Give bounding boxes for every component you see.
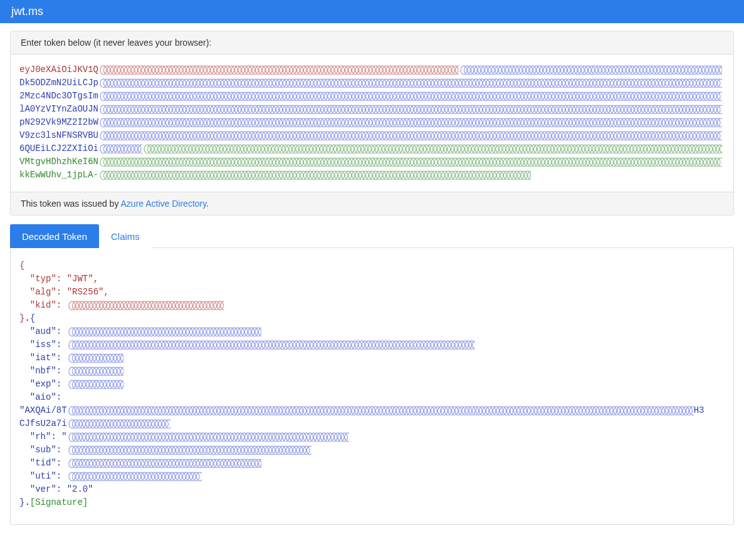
redaction-scribble: [98, 91, 722, 103]
json-key: "aio":: [19, 392, 61, 402]
json-separator: .: [24, 497, 29, 507]
token-input-label: Enter token below (it never leaves your …: [11, 31, 733, 54]
issuer-link[interactable]: Azure Active Directory: [121, 199, 207, 209]
json-key: "iat":: [19, 353, 61, 363]
token-prefix: 2Mzc4NDc3OTgsIm: [19, 91, 98, 101]
token-prefix: Dk5ODZmN2UiLCJp: [19, 78, 98, 88]
token-line: lA0YzVIYnZaOUJN: [19, 103, 725, 116]
json-key: "aud":: [19, 326, 61, 336]
token-line: V9zc3lsNFNSRVBU: [19, 129, 725, 142]
json-key: "uti":: [19, 471, 67, 481]
json-key: "typ":: [19, 274, 67, 284]
json-key: "exp":: [19, 379, 61, 389]
token-prefix: 6QUEiLCJ2ZXIiOi: [19, 143, 98, 153]
token-input-area[interactable]: eyJ0eXAiOiJKV1QDk5ODZmN2UiLCJp2Mzc4NDc3O…: [11, 54, 733, 192]
json-key: "alg":: [19, 287, 67, 297]
token-prefix: pN292Vk9MZ2I2bW: [19, 117, 98, 127]
json-key: "nbf":: [19, 366, 61, 376]
redaction-scribble: [98, 105, 722, 116]
token-prefix: eyJ0eXAiOiJKV1Q: [19, 65, 98, 75]
json-key: "ver":: [19, 484, 67, 494]
redaction-scribble: [98, 131, 722, 142]
json-key: "kid":: [19, 300, 67, 310]
redaction-scribble: [67, 340, 474, 351]
redaction-scribble: [67, 472, 202, 483]
redaction-scribble: [67, 459, 261, 470]
redaction-scribble: [67, 432, 349, 443]
token-prefix: VMtgvHDhzhKeI6N: [19, 157, 98, 167]
json-value: "JWT",: [67, 274, 98, 284]
json-value: CJfsU2a7i: [19, 418, 67, 428]
result-tabs: Decoded Token Claims: [10, 224, 734, 248]
redaction-scribble: [67, 327, 261, 338]
redaction-scribble: [98, 65, 459, 76]
redaction-scribble: [98, 157, 722, 169]
token-prefix: kkEwWUhv_1jpLA-: [19, 170, 98, 180]
redaction-scribble: [67, 406, 694, 417]
token-line: VMtgvHDhzhKeI6N: [19, 155, 725, 169]
redaction-scribble: [459, 65, 722, 76]
redaction-scribble: [67, 366, 123, 378]
json-value: "2.0": [67, 484, 93, 494]
json-value: H3: [694, 405, 705, 415]
redaction-scribble: [67, 301, 224, 312]
issuer-prefix: This token was issued by: [21, 199, 121, 209]
redaction-scribble: [67, 445, 312, 457]
issuer-suffix: .: [206, 199, 209, 209]
main-container: Enter token below (it never leaves your …: [0, 23, 744, 544]
redaction-scribble: [67, 353, 123, 365]
token-input-panel: Enter token below (it never leaves your …: [10, 31, 734, 215]
tab-claims[interactable]: Claims: [99, 224, 152, 248]
redaction-scribble: [142, 144, 722, 155]
json-key: "rh":: [19, 432, 61, 442]
token-line: pN292Vk9MZ2I2bW: [19, 116, 725, 129]
app-header: jwt.ms: [0, 0, 744, 23]
redaction-scribble: [98, 144, 142, 155]
token-line: 6QUEiLCJ2ZXIiOi: [19, 142, 725, 155]
token-prefix: V9zc3lsNFNSRVBU: [19, 130, 98, 140]
token-prefix: lA0YzVIYnZaOUJN: [19, 104, 98, 114]
decoded-token-panel: { "typ": "JWT", "alg": "RS256", "kid": }…: [10, 248, 734, 525]
redaction-scribble: [67, 380, 123, 391]
json-key: "tid":: [19, 458, 67, 468]
json-value: "RS256",: [67, 287, 109, 297]
token-line: 2Mzc4NDc3OTgsIm: [19, 90, 725, 103]
json-value: "AXQAi/8T: [19, 405, 67, 415]
tab-decoded-token[interactable]: Decoded Token: [10, 224, 99, 248]
token-line: kkEwWUhv_1jpLA-: [19, 169, 725, 182]
redaction-scribble: [98, 78, 722, 90]
json-brace: {: [30, 313, 35, 323]
json-brace: {: [19, 261, 24, 271]
redaction-scribble: [67, 419, 170, 430]
redaction-scribble: [98, 118, 722, 129]
token-line: eyJ0eXAiOiJKV1Q: [19, 63, 725, 76]
json-key: "sub":: [19, 445, 67, 455]
json-separator: .: [24, 313, 29, 323]
token-line: Dk5ODZmN2UiLCJp: [19, 76, 725, 90]
issuer-footer: This token was issued by Azure Active Di…: [11, 192, 733, 215]
json-key: "iss":: [19, 340, 61, 350]
redaction-scribble: [98, 170, 531, 182]
app-title: jwt.ms: [11, 5, 43, 18]
json-value: ": [61, 432, 66, 442]
signature-label: [Signature]: [30, 497, 88, 507]
